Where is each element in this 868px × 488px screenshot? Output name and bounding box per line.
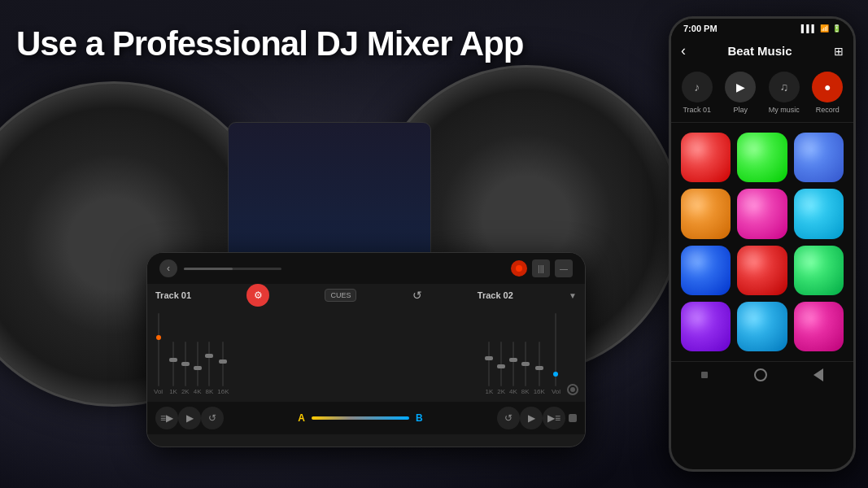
eq-fader-4k-left[interactable] — [197, 342, 198, 386]
eq-fader-16k-right[interactable] — [539, 342, 540, 386]
mixer-header-left: ‹ — [159, 259, 281, 277]
pad-7[interactable] — [681, 246, 731, 295]
eq-8k-right: 8K — [521, 342, 530, 395]
pad-1[interactable] — [681, 133, 731, 182]
page-title: Use a Professional DJ Mixer App — [16, 24, 523, 63]
pad-4[interactable] — [681, 189, 731, 238]
vol-label-left: Vol — [154, 388, 163, 395]
play-button-right[interactable]: ▶ — [520, 407, 543, 429]
nav-square[interactable] — [701, 372, 708, 378]
eq-fader-1k-right[interactable] — [488, 342, 490, 386]
right-vol-fader: Vol — [552, 313, 560, 395]
crossfader-bar[interactable] — [312, 416, 409, 420]
mixer-header-right: ||| — — [511, 259, 573, 277]
track-label: Track 01 — [683, 106, 711, 114]
eq-4k-left: 4K — [194, 342, 202, 395]
play-label: Play — [733, 106, 748, 114]
my-music-label: My music — [769, 106, 800, 114]
rewind-button-right[interactable]: ↺ — [497, 407, 520, 429]
track-icon[interactable]: ♪ — [682, 72, 713, 102]
my-music-icon[interactable]: ♫ — [769, 72, 800, 102]
mixer-back-button[interactable]: ‹ — [159, 259, 177, 277]
eq-2k-left: 2K — [181, 342, 190, 395]
pad-2[interactable] — [737, 133, 787, 182]
record-button[interactable] — [511, 260, 527, 277]
pad-12[interactable] — [794, 302, 844, 351]
eq-1k-left: 1K — [169, 342, 177, 395]
pad-8[interactable] — [737, 246, 787, 295]
playlist-button[interactable]: ≡▶ — [155, 407, 178, 429]
status-icons: ▌▌▌ 📶 🔋 — [801, 24, 841, 33]
right-toggle[interactable] — [567, 384, 578, 395]
equalizer-button[interactable]: ||| — [532, 259, 550, 277]
cues-button[interactable]: CUES — [325, 289, 356, 302]
left-vol-fader: Vol — [154, 313, 163, 395]
eq-section: Vol 1K 2K — [147, 310, 585, 399]
mixer-header: ‹ ||| — — [147, 253, 585, 284]
eq-fader-16k-left[interactable] — [222, 342, 224, 386]
pad-9[interactable] — [794, 246, 844, 295]
a-label: A — [298, 412, 305, 424]
mixer-bottom-row: ≡▶ ▶ ↺ A B ↺ ▶ ▶≡ — [147, 402, 585, 434]
toolbar-item-track: ♪ Track 01 — [682, 72, 713, 114]
eq-1k-right: 1K — [485, 342, 493, 395]
pad-11[interactable] — [737, 302, 787, 351]
nav-back-button[interactable] — [813, 368, 823, 381]
phone-mockup: 7:00 PM ▌▌▌ 📶 🔋 ‹ Beat Music ⊞ ♪ Track 0… — [669, 16, 856, 472]
right-vol-track[interactable] — [555, 313, 556, 386]
right-vol-dot — [553, 372, 558, 377]
eq-16k-right: 16K — [534, 342, 545, 395]
toolbar-item-play: ▶ Play — [725, 72, 756, 114]
left-eq-channels: 1K 2K 4K — [169, 342, 229, 395]
pad-10[interactable] — [681, 302, 731, 351]
wifi-icon: 📶 — [820, 24, 829, 33]
track-labels-row: Track 01 ⚙ CUES ↺ Track 02 ▼ — [147, 284, 585, 307]
left-vol-track[interactable] — [158, 313, 159, 386]
mixer-card: ‹ ||| — Track 01 ⚙ CUES ↺ Track 02 ▼ Vol — [146, 252, 586, 447]
eq-4k-right: 4K — [509, 342, 517, 395]
phone-app-title: Beat Music — [727, 44, 792, 58]
record-icon[interactable]: ● — [812, 72, 843, 102]
play-icon[interactable]: ▶ — [725, 72, 756, 102]
pad-5[interactable] — [737, 189, 787, 238]
b-label: B — [416, 412, 423, 424]
playlist-button-right[interactable]: ▶≡ — [543, 407, 565, 429]
eq-fader-2k-left[interactable] — [185, 342, 186, 386]
status-time: 7:00 PM — [683, 24, 718, 33]
menu-button[interactable]: — — [555, 259, 573, 277]
vol-label-right: Vol — [552, 388, 560, 395]
pad-6[interactable] — [794, 189, 844, 238]
toolbar-item-mymusic: ♫ My music — [769, 72, 800, 114]
ab-crossfader: A B — [224, 412, 497, 424]
eq-fader-8k-left[interactable] — [208, 342, 210, 386]
play-button-left[interactable]: ▶ — [178, 407, 201, 429]
signal-icon: ▌▌▌ — [801, 24, 817, 33]
battery-icon: 🔋 — [832, 24, 841, 33]
record-dot — [516, 265, 522, 272]
pad-3[interactable] — [794, 133, 844, 182]
track1-label: Track 01 — [155, 290, 191, 300]
eq-fader-4k-right[interactable] — [513, 342, 514, 386]
status-bar: 7:00 PM ▌▌▌ 📶 🔋 — [671, 19, 853, 38]
rewind-button-left[interactable]: ↺ — [201, 407, 224, 429]
track2-label: Track 02 — [478, 290, 513, 300]
phone-header: ‹ Beat Music ⊞ — [671, 38, 853, 63]
eq-fader-2k-right[interactable] — [500, 342, 502, 386]
stop-button[interactable] — [569, 414, 577, 422]
settings-button[interactable]: ⚙ — [246, 284, 269, 307]
right-eq-channels: 1K 2K 4K — [485, 342, 544, 395]
toolbar-item-record: ● Record — [812, 72, 843, 114]
phone-back-button[interactable]: ‹ — [681, 42, 686, 59]
record-label: Record — [816, 106, 840, 114]
eq-fader-8k-right[interactable] — [525, 342, 526, 386]
phone-bottom-nav — [671, 361, 853, 388]
mixer-progress — [184, 268, 281, 270]
left-vol-dot — [156, 335, 161, 340]
eq-8k-left: 8K — [206, 342, 214, 395]
mixer-progress-fill — [184, 268, 233, 270]
phone-menu-button[interactable]: ⊞ — [834, 45, 844, 58]
phone-toolbar: ♪ Track 01 ▶ Play ♫ My music ● Record — [671, 63, 853, 123]
loop-icon: ↺ — [412, 289, 422, 302]
nav-circle[interactable] — [754, 368, 767, 381]
eq-fader-1k-left[interactable] — [172, 342, 174, 386]
